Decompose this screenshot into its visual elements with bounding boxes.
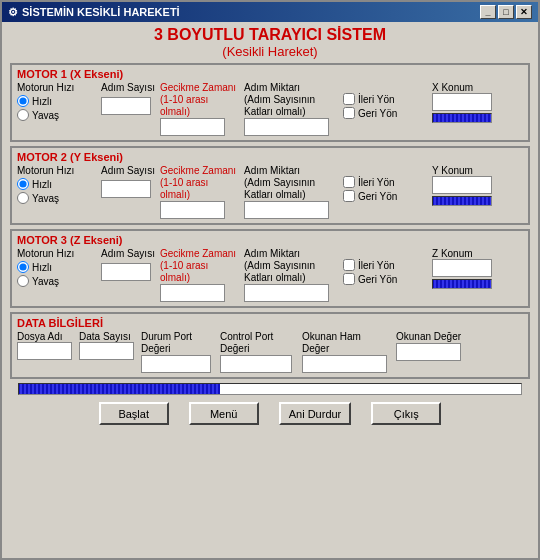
motor2-yon-header	[343, 165, 428, 176]
motor1-gecikme-col: Gecikme Zamanı(1-10 arası olmalı) 3	[160, 82, 240, 136]
motor2-title: MOTOR 2 (Y Ekseni)	[17, 151, 523, 163]
motor3-title: MOTOR 3 (Z Ekseni)	[17, 234, 523, 246]
motor2-adim-input[interactable]: 384	[101, 180, 151, 198]
motor3-gecikme-input[interactable]: 3	[160, 284, 225, 302]
minimize-button[interactable]: _	[480, 5, 496, 19]
motor2-gecikme-input[interactable]: 3	[160, 201, 225, 219]
data-dosya-input[interactable]: .txt	[17, 342, 72, 360]
motor2-checkbox-group: İleri Yön Geri Yön	[343, 176, 428, 202]
motor1-title: MOTOR 1 (X Ekseni)	[17, 68, 523, 80]
motor2-konum-header: Y Konum	[432, 165, 497, 176]
motor1-adim-col: Adım Sayısı 2	[101, 82, 156, 115]
motor2-geriyon-check[interactable]	[343, 190, 355, 202]
motor2-konum-col: Y Konum 0	[432, 165, 497, 206]
motor1-checkbox-group: İleri Yön Geri Yön	[343, 93, 428, 119]
motor1-geriyon-label: Geri Yön	[358, 108, 397, 119]
data-okunan-ham-header: Okunan HamDeğer	[302, 331, 392, 355]
close-button[interactable]: ✕	[516, 5, 532, 19]
motor1-hizli-radio[interactable]	[17, 95, 29, 107]
cikis-button[interactable]: Çıkış	[371, 402, 441, 425]
motor1-progress-fill	[433, 114, 491, 122]
motor2-geriyon-label: Geri Yön	[358, 191, 397, 202]
sub-title: (Kesikli Hareket)	[10, 44, 530, 59]
data-durum-input[interactable]	[141, 355, 211, 373]
motor2-ileriyon-item: İleri Yön	[343, 176, 428, 188]
motor3-adim-input[interactable]: 150	[101, 263, 151, 281]
motor1-gecikme-input[interactable]: 3	[160, 118, 225, 136]
data-control-input[interactable]	[220, 355, 292, 373]
motor3-gecikme-header: Gecikme Zamanı(1-10 arası olmalı)	[160, 248, 240, 284]
motor2-progress	[432, 196, 492, 206]
motor2-adim-col: Adım Sayısı 384	[101, 165, 156, 198]
data-control-header: Control PortDeğeri	[220, 331, 298, 355]
motor2-geriyon-item: Geri Yön	[343, 190, 428, 202]
motor3-konum-header: Z Konum	[432, 248, 497, 259]
data-dosya-col: Dosya Adı .txt	[17, 331, 75, 360]
motor2-yavas-item: Yavaş	[17, 192, 97, 204]
data-sayisi-col: Data Sayısı 3	[79, 331, 137, 360]
title-bar-controls: _ □ ✕	[480, 5, 532, 19]
data-okunan-header: Okunan Değer	[396, 331, 466, 343]
data-sayisi-input[interactable]: 3	[79, 342, 134, 360]
motor1-adim-input[interactable]: 2	[101, 97, 151, 115]
motor3-ileriyon-check[interactable]	[343, 259, 355, 271]
motor1-yon-col: İleri Yön Geri Yön	[343, 82, 428, 119]
motor1-geriyon-item: Geri Yön	[343, 107, 428, 119]
motor2-yavas-label: Yavaş	[32, 193, 59, 204]
bottom-progress-fill	[19, 384, 220, 394]
motor3-geriyon-check[interactable]	[343, 273, 355, 285]
motor3-yavas-radio[interactable]	[17, 275, 29, 287]
motor2-konum-input[interactable]: 0	[432, 176, 492, 194]
maximize-button[interactable]: □	[498, 5, 514, 19]
data-section: DATA BİLGİLERİ Dosya Adı .txt Data Sayıs…	[10, 312, 530, 379]
motor3-hizli-radio[interactable]	[17, 261, 29, 273]
motor2-hizli-radio[interactable]	[17, 178, 29, 190]
motor2-gecikme-col: Gecikme Zamanı(1-10 arası olmalı) 3	[160, 165, 240, 219]
motor3-progress	[432, 279, 492, 289]
motor2-section: MOTOR 2 (Y Ekseni) Motorun Hızı Hızlı Ya…	[10, 146, 530, 225]
motor2-adimmiktar-input[interactable]: 0	[244, 201, 329, 219]
motor3-radio-group: Hızlı Yavaş	[17, 261, 97, 287]
motor1-konum-header: X Konum	[432, 82, 497, 93]
motor3-yavas-item: Yavaş	[17, 275, 97, 287]
motor3-adimmiktar-input[interactable]: 450	[244, 284, 329, 302]
data-okunan-ham-col: Okunan HamDeğer	[302, 331, 392, 373]
ani-durdur-button[interactable]: Ani Durdur	[279, 402, 352, 425]
motor3-ileriyon-item: İleri Yön	[343, 259, 428, 271]
motor2-hizli-item: Hızlı	[17, 178, 97, 190]
motor3-hizli-item: Hızlı	[17, 261, 97, 273]
motor3-adimmiktar-col: Adım Miktarı(Adım SayısınınKatları olmal…	[244, 248, 339, 302]
motor1-konum-input[interactable]: 0	[432, 93, 492, 111]
motor3-hiz-col: Motorun Hızı Hızlı Yavaş	[17, 248, 97, 287]
motor1-geriyon-check[interactable]	[343, 107, 355, 119]
data-control-col: Control PortDeğeri	[220, 331, 298, 373]
motor1-adimmiktar-input[interactable]: 170	[244, 118, 329, 136]
motor3-yon-col: İleri Yön Geri Yön	[343, 248, 428, 285]
motor1-section: MOTOR 1 (X Ekseni) Motorun Hızı Hızlı Ya…	[10, 63, 530, 142]
motor3-adim-col: Adım Sayısı 150	[101, 248, 156, 281]
motor3-adimmiktar-header: Adım Miktarı(Adım SayısınınKatları olmal…	[244, 248, 339, 284]
motor1-ileriyon-check[interactable]	[343, 93, 355, 105]
motor1-yavas-item: Yavaş	[17, 109, 97, 121]
data-okunan-ham-input[interactable]	[302, 355, 387, 373]
motor2-hizli-label: Hızlı	[32, 179, 52, 190]
data-durum-header: Durum PortDeğeri	[141, 331, 216, 355]
data-okunan-input[interactable]	[396, 343, 461, 361]
basla-button[interactable]: Başlat	[99, 402, 169, 425]
motor3-ileriyon-label: İleri Yön	[358, 260, 395, 271]
data-dosya-header: Dosya Adı	[17, 331, 75, 342]
motor1-progress	[432, 113, 492, 123]
menu-button[interactable]: Menü	[189, 402, 259, 425]
motor3-konum-input[interactable]: 0	[432, 259, 492, 277]
motor2-hiz-header: Motorun Hızı	[17, 165, 97, 176]
motor3-geriyon-item: Geri Yön	[343, 273, 428, 285]
data-okunan-col: Okunan Değer	[396, 331, 466, 361]
motor2-hiz-col: Motorun Hızı Hızlı Yavaş	[17, 165, 97, 204]
motor2-progress-fill	[433, 197, 491, 205]
motor1-hizli-label: Hızlı	[32, 96, 52, 107]
motor2-ileriyon-check[interactable]	[343, 176, 355, 188]
motor1-yavas-radio[interactable]	[17, 109, 29, 121]
button-row: Başlat Menü Ani Durdur Çıkış	[10, 397, 530, 430]
motor2-yavas-radio[interactable]	[17, 192, 29, 204]
motor3-geriyon-label: Geri Yön	[358, 274, 397, 285]
